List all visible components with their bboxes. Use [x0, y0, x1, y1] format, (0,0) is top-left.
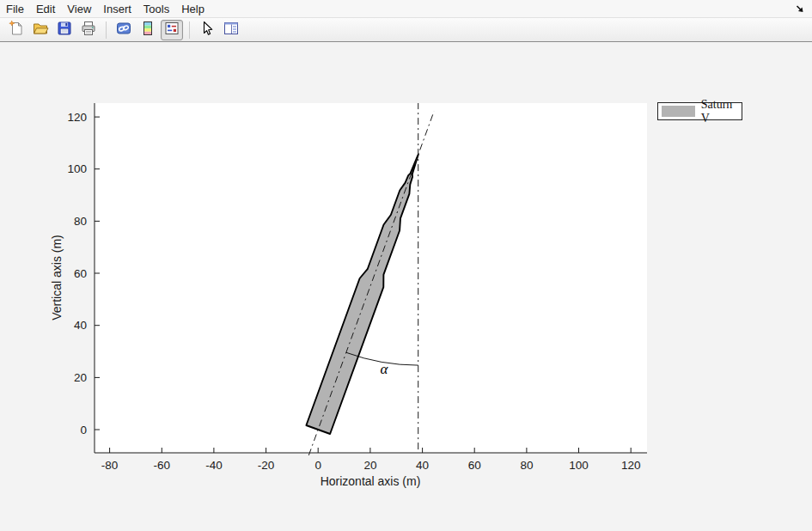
toolbar-separator	[106, 21, 107, 39]
menu-tools[interactable]: Tools	[143, 1, 176, 17]
edit-plot-button[interactable]	[196, 20, 218, 40]
x-tick-label: 0	[314, 459, 321, 472]
x-tick-label: 20	[363, 459, 376, 472]
x-tick-label: 40	[416, 459, 429, 472]
x-tick-label: 60	[468, 459, 481, 472]
figure-toolbar	[0, 18, 812, 42]
y-axis-label: Vertical axis (m)	[50, 235, 64, 320]
plot-tools-button[interactable]	[220, 20, 242, 40]
angle-label: α	[380, 361, 388, 377]
open-file-button[interactable]	[29, 20, 52, 40]
pointer-arrow-icon	[198, 20, 216, 40]
link-plot-button[interactable]	[113, 20, 135, 40]
y-tick-label: 60	[74, 267, 87, 280]
y-tick-label: 20	[74, 371, 87, 384]
toolbar-separator	[189, 21, 190, 39]
menu-insert[interactable]: Insert	[103, 1, 138, 17]
menu-edit[interactable]: Edit	[36, 1, 62, 17]
menu-help[interactable]: Help	[181, 1, 211, 17]
insert-legend-button[interactable]	[161, 20, 183, 40]
print-figure-button[interactable]	[77, 20, 100, 40]
y-tick-label: 40	[74, 319, 87, 332]
y-tick-label: 100	[67, 162, 87, 175]
x-tick-label: 100	[569, 459, 589, 472]
y-tick-label: 0	[80, 424, 87, 436]
save-figure-button[interactable]	[53, 20, 76, 40]
link-icon	[115, 20, 132, 40]
x-tick-label: 80	[520, 459, 533, 472]
x-tick-label: -20	[258, 459, 275, 472]
open-folder-icon	[32, 20, 49, 40]
y-tick-label: 80	[74, 215, 87, 228]
undock-arrow-icon[interactable]	[795, 2, 805, 12]
legend[interactable]: Saturn V	[657, 102, 742, 120]
plot-browser-icon	[223, 20, 240, 40]
figure-canvas: α-80-60-40-20020406080100120020406080100…	[0, 42, 812, 531]
menu-view[interactable]: View	[67, 1, 98, 17]
legend-icon	[163, 20, 180, 40]
legend-label: Saturn V	[701, 98, 742, 125]
new-figure-button[interactable]	[5, 20, 27, 40]
menu-bar: File Edit View Insert Tools Help	[0, 0, 812, 18]
y-tick-label: 120	[67, 111, 87, 124]
insert-colorbar-button[interactable]	[137, 20, 159, 40]
x-axis-label: Horizontal axis (m)	[284, 474, 456, 488]
x-tick-label: -80	[101, 459, 119, 472]
menu-file[interactable]: File	[6, 1, 31, 17]
x-tick-label: -60	[154, 459, 171, 472]
legend-swatch	[662, 106, 695, 117]
x-tick-label: -40	[205, 459, 223, 472]
save-floppy-icon	[56, 20, 73, 40]
colorbar-icon	[139, 20, 156, 40]
x-tick-label: 120	[621, 459, 641, 472]
printer-icon	[80, 20, 97, 40]
new-document-icon	[8, 20, 25, 40]
